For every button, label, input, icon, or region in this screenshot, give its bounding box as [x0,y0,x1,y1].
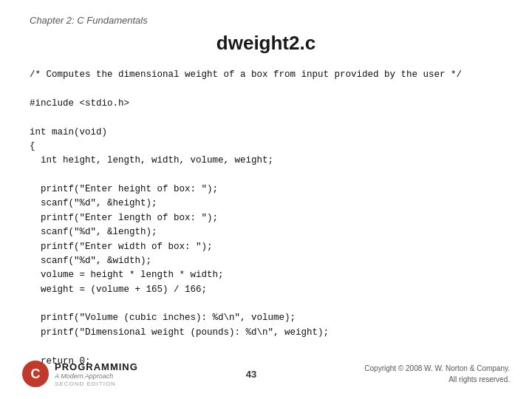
chapter-label: Chapter 2: C Fundamentals [30,15,502,26]
footer-logo: C PROGRAMMING A Modern Approach SECOND E… [22,361,138,387]
logo-subtitle-text: A Modern Approach [55,372,138,380]
logo-text-block: PROGRAMMING A Modern Approach SECOND EDI… [55,361,138,387]
logo-edition-text: SECOND EDITION [55,381,138,387]
page-number: 43 [246,369,256,380]
copyright-text: Copyright © 2008 W. W. Norton & Company.… [364,363,510,385]
logo-c-circle: C [22,361,49,387]
slide-title: dweight2.c [30,32,502,55]
code-block: /* Computes the dimensional weight of a … [30,68,502,383]
logo-programming-text: PROGRAMMING [55,361,138,372]
footer: C PROGRAMMING A Modern Approach SECOND E… [0,361,532,387]
slide: Chapter 2: C Fundamentals dweight2.c /* … [0,0,532,399]
